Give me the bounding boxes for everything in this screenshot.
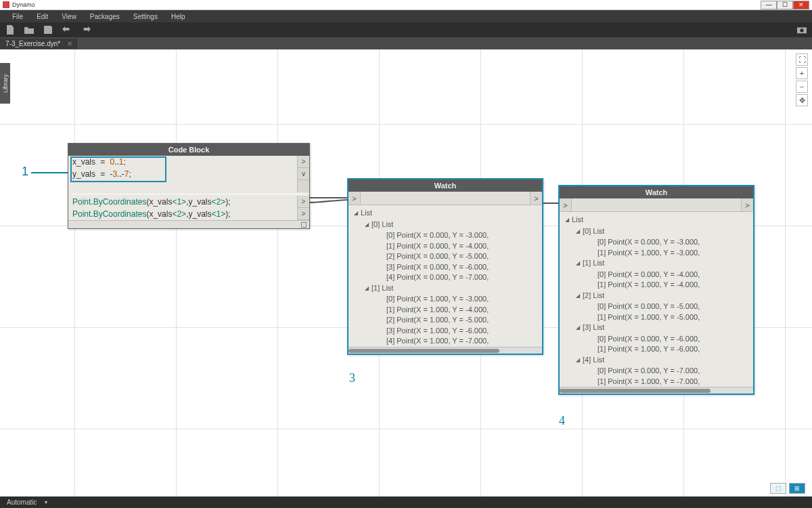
redo-icon[interactable] [81, 25, 91, 35]
watch-output-list: List[0] List[0] Point(X = 0.000, Y = -3.… [560, 212, 753, 387]
tabbar: 7-3_Exercise.dyn* ✕ [0, 37, 812, 49]
menubar: File Edit View Packages Settings Help [0, 10, 812, 22]
new-file-icon[interactable] [5, 25, 15, 35]
svg-point-1 [800, 28, 803, 32]
tab-label: 7-3_Exercise.dyn* [5, 40, 60, 47]
library-panel-tab[interactable]: Library [0, 63, 10, 104]
watch-input[interactable] [572, 198, 741, 211]
zoom-in-icon[interactable]: + [796, 67, 808, 79]
window-titlebar: Dynamo — ☐ ✕ [0, 0, 812, 10]
menu-settings[interactable]: Settings [127, 13, 164, 20]
menu-file[interactable]: File [5, 13, 30, 20]
app-title: Dynamo [12, 1, 35, 8]
horizontal-scrollbar[interactable] [560, 387, 753, 394]
open-file-icon[interactable] [24, 25, 34, 35]
code-line-1[interactable]: x_vals = 0..1; [68, 156, 297, 168]
input-port[interactable]: > [560, 198, 572, 211]
code-line-3[interactable]: Point.ByCoordinates(x_vals<1>,y_vals<2>)… [68, 196, 297, 208]
output-port[interactable]: > [297, 196, 309, 208]
menu-view[interactable]: View [55, 13, 83, 20]
watch-input[interactable] [361, 192, 530, 205]
output-port[interactable]: > [297, 156, 309, 168]
input-port[interactable]: > [348, 192, 361, 205]
node-header[interactable]: Watch [560, 186, 753, 198]
tab-close-icon[interactable]: ✕ [67, 40, 72, 47]
code-block-node[interactable]: Code Block x_vals = 0..1; > y_vals = -3.… [68, 143, 310, 229]
watch-output-list: List[0] List[0] Point(X = 0.000, Y = -3.… [348, 205, 542, 347]
graph-view-icon[interactable]: ⊞ [789, 483, 805, 494]
node-header[interactable]: Code Block [68, 144, 309, 156]
menu-edit[interactable]: Edit [30, 13, 55, 20]
fit-view-icon[interactable]: ⛶ [796, 54, 808, 66]
graph-canvas[interactable]: Library ⛶ + − ✥ 1 3 4 Code Block x_vals … [0, 49, 812, 496]
watch-node-2[interactable]: Watch > > List[0] List[0] Point(X = 0.00… [558, 185, 754, 395]
view-mode-toggles: ⬚ ⊞ [770, 483, 805, 494]
statusbar: Automatic [0, 496, 812, 508]
output-port[interactable]: > [297, 208, 309, 220]
watch-node-1[interactable]: Watch > > List[0] List[0] Point(X = 0.00… [347, 178, 543, 355]
undo-icon[interactable] [62, 25, 72, 35]
maximize-button[interactable]: ☐ [777, 1, 793, 9]
node-header[interactable]: Watch [348, 179, 542, 192]
close-button[interactable]: ✕ [793, 1, 809, 9]
menu-packages[interactable]: Packages [83, 13, 127, 20]
geometry-view-icon[interactable]: ⬚ [770, 483, 786, 494]
code-line-2[interactable]: y_vals = -3..-7; [68, 168, 297, 180]
output-port[interactable]: > [530, 192, 542, 205]
annotation-3: 3 [349, 371, 355, 385]
zoom-controls: ⛶ + − ✥ [796, 54, 808, 106]
run-mode-selector[interactable]: Automatic [7, 499, 47, 506]
document-tab[interactable]: 7-3_Exercise.dyn* ✕ [0, 39, 78, 49]
output-port[interactable]: > [741, 198, 753, 211]
app-logo-icon [3, 1, 9, 8]
annotation-4: 4 [559, 414, 565, 428]
save-icon[interactable] [43, 25, 53, 35]
pan-icon[interactable]: ✥ [796, 94, 808, 106]
node-menu-icon[interactable] [301, 222, 307, 228]
output-port[interactable]: ∨ [297, 168, 309, 180]
code-line-4[interactable]: Point.ByCoordinates(x_vals<2>,y_vals<1>)… [68, 208, 297, 220]
menu-help[interactable]: Help [164, 13, 192, 20]
zoom-out-icon[interactable]: − [796, 81, 808, 93]
annotation-1: 1 [22, 165, 72, 179]
toolbar [0, 22, 812, 37]
camera-icon[interactable] [797, 25, 807, 35]
minimize-button[interactable]: — [761, 1, 777, 9]
horizontal-scrollbar[interactable] [348, 347, 542, 354]
